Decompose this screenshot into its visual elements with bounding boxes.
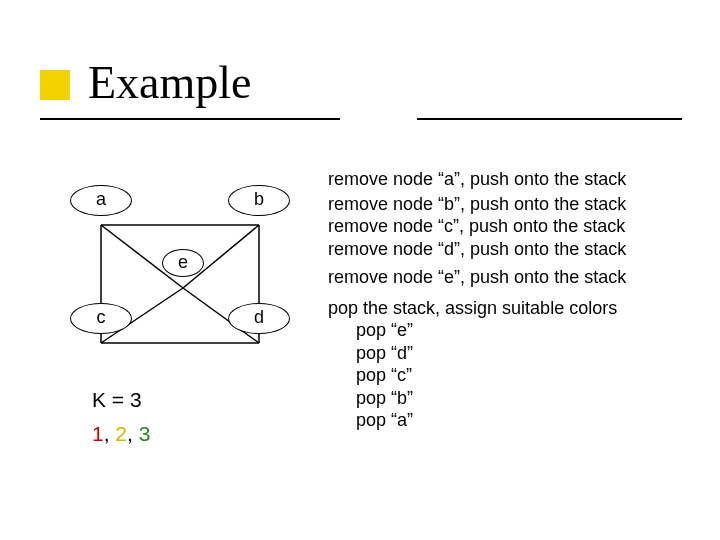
graph-node-d: d	[228, 303, 290, 334]
step-remove-d: remove node “d”, push onto the stack	[328, 238, 698, 261]
graph-node-c: c	[70, 303, 132, 334]
title-underline-left	[40, 118, 340, 120]
step-pop-head: pop the stack, assign suitable colors	[328, 297, 698, 320]
steps-text: remove node “a”, push onto the stack rem…	[328, 168, 698, 432]
k-value: K = 3	[92, 388, 142, 412]
graph-node-b: b	[228, 185, 290, 216]
title-block: Example	[40, 62, 680, 124]
step-pop-a: pop “a”	[328, 409, 698, 432]
sep: ,	[104, 422, 116, 445]
graph-node-a: a	[70, 185, 132, 216]
step-remove-e: remove node “e”, push onto the stack	[328, 266, 698, 289]
color-legend: 1, 2, 3	[92, 422, 150, 446]
step-pop-b: pop “b”	[328, 387, 698, 410]
color-1: 1	[92, 422, 104, 445]
color-2: 2	[115, 422, 127, 445]
step-remove-b: remove node “b”, push onto the stack	[328, 193, 698, 216]
sep: ,	[127, 422, 139, 445]
title-bullet-icon	[40, 70, 70, 100]
title-underline-right	[417, 118, 682, 120]
step-remove-c: remove node “c”, push onto the stack	[328, 215, 698, 238]
step-pop-d: pop “d”	[328, 342, 698, 365]
slide-title: Example	[88, 56, 252, 109]
graph-node-e: e	[162, 249, 204, 277]
step-remove-a: remove node “a”, push onto the stack	[328, 168, 698, 191]
step-pop-c: pop “c”	[328, 364, 698, 387]
slide: Example a b c d e K = 3 1, 2, 3 remove n…	[0, 0, 720, 540]
graph: a b c d e	[70, 185, 290, 385]
step-pop-e: pop “e”	[328, 319, 698, 342]
color-3: 3	[139, 422, 151, 445]
